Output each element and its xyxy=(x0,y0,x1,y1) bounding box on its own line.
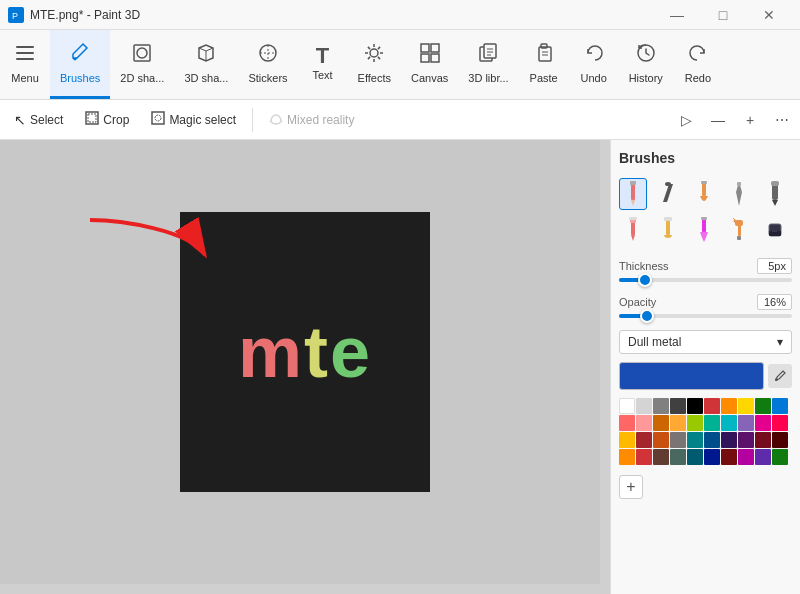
eyedropper-button[interactable] xyxy=(768,364,792,388)
brush-eraser[interactable]: ··· xyxy=(761,214,789,246)
color-red[interactable] xyxy=(704,398,720,414)
svg-rect-40 xyxy=(630,181,636,185)
crop-tool[interactable]: Crop xyxy=(75,104,139,136)
paste-icon xyxy=(533,42,555,70)
brush-pen[interactable] xyxy=(725,178,753,210)
color-orange[interactable] xyxy=(721,398,737,414)
minus-button[interactable]: — xyxy=(704,106,732,134)
magic-select-tool[interactable]: Magic select xyxy=(141,104,246,136)
palette-row-4 xyxy=(619,449,792,465)
color-brown[interactable] xyxy=(653,415,669,431)
palette-row-1 xyxy=(619,398,792,414)
ribbon-stickers[interactable]: Stickers xyxy=(238,30,297,99)
ribbon-undo[interactable]: Undo xyxy=(569,30,619,99)
color-maroon[interactable] xyxy=(755,432,771,448)
ribbon-history[interactable]: History xyxy=(619,30,673,99)
color-dark-maroon[interactable] xyxy=(721,449,737,465)
color-orange2[interactable] xyxy=(619,449,635,465)
color-rust[interactable] xyxy=(653,432,669,448)
stickers-label: Stickers xyxy=(248,72,287,84)
color-white[interactable] xyxy=(619,398,635,414)
color-cyan[interactable] xyxy=(721,415,737,431)
brush-oil[interactable] xyxy=(654,214,682,246)
svg-rect-44 xyxy=(737,182,741,186)
color-forest[interactable] xyxy=(772,449,788,465)
brush-spray[interactable] xyxy=(725,214,753,246)
color-black[interactable] xyxy=(687,398,703,414)
plus-button[interactable]: + xyxy=(736,106,764,134)
current-color-swatch[interactable] xyxy=(619,362,764,390)
color-green[interactable] xyxy=(755,398,771,414)
ribbon-canvas[interactable]: Canvas xyxy=(401,30,458,99)
thickness-slider[interactable] xyxy=(619,278,792,282)
ribbon-3dlib[interactable]: 3D libr... xyxy=(458,30,518,99)
color-hot-pink[interactable] xyxy=(738,449,754,465)
color-teal[interactable] xyxy=(704,415,720,431)
color-row xyxy=(619,362,792,390)
ribbon-text[interactable]: T Text xyxy=(298,30,348,99)
more-button[interactable]: ⋯ xyxy=(768,106,796,134)
color-blue[interactable] xyxy=(772,398,788,414)
add-color-button[interactable]: + xyxy=(619,475,643,499)
2dshapes-icon xyxy=(131,42,153,70)
ribbon-paste[interactable]: Paste xyxy=(519,30,569,99)
ribbon-menu[interactable]: Menu xyxy=(0,30,50,99)
ribbon-effects[interactable]: Effects xyxy=(348,30,401,99)
brush-marker[interactable] xyxy=(761,178,789,210)
material-dropdown[interactable]: Dull metal ▾ xyxy=(619,330,792,354)
ribbon-redo[interactable]: Redo xyxy=(673,30,723,99)
opacity-slider[interactable] xyxy=(619,314,792,318)
color-violet[interactable] xyxy=(738,432,754,448)
color-amber[interactable] xyxy=(619,432,635,448)
color-dark-gray[interactable] xyxy=(670,398,686,414)
color-magenta[interactable] xyxy=(755,415,771,431)
color-pink[interactable] xyxy=(636,415,652,431)
color-lime[interactable] xyxy=(687,415,703,431)
color-dark-red[interactable] xyxy=(636,432,652,448)
brush-watercolor[interactable] xyxy=(690,214,718,246)
color-royal-blue[interactable] xyxy=(704,449,720,465)
brush-paint[interactable] xyxy=(690,178,718,210)
play-button[interactable]: ▷ xyxy=(672,106,700,134)
color-light-gray[interactable] xyxy=(636,398,652,414)
color-sage[interactable] xyxy=(670,449,686,465)
brush-grid: ··· xyxy=(619,178,792,246)
brush-pencil[interactable] xyxy=(619,178,647,210)
color-red2[interactable] xyxy=(636,449,652,465)
color-salmon[interactable] xyxy=(619,415,635,431)
color-gray[interactable] xyxy=(653,398,669,414)
color-dark-teal[interactable] xyxy=(687,432,703,448)
chevron-down-icon: ▾ xyxy=(777,335,783,349)
color-yellow[interactable] xyxy=(670,415,686,431)
select-tool[interactable]: ↖ Select xyxy=(4,104,73,136)
color-coffee[interactable] xyxy=(653,449,669,465)
color-purple[interactable] xyxy=(738,415,754,431)
opacity-label: Opacity xyxy=(619,296,656,308)
titlebar: P MTE.png* - Paint 3D — □ ✕ xyxy=(0,0,800,30)
color-navy[interactable] xyxy=(704,432,720,448)
color-crimson[interactable] xyxy=(772,415,788,431)
horizontal-scrollbar[interactable] xyxy=(0,584,610,594)
brushes-icon xyxy=(69,42,91,70)
close-button[interactable]: ✕ xyxy=(746,0,792,30)
color-indigo[interactable] xyxy=(721,432,737,448)
svg-point-64 xyxy=(775,378,778,381)
svg-rect-20 xyxy=(431,44,439,52)
color-gold[interactable] xyxy=(738,398,754,414)
brush-crayon[interactable] xyxy=(619,214,647,246)
color-deep-purple[interactable] xyxy=(755,449,771,465)
color-warm-gray[interactable] xyxy=(670,432,686,448)
ribbon-brushes[interactable]: Brushes xyxy=(50,30,110,99)
canvas-area[interactable]: mte xyxy=(0,140,610,594)
ribbon-3dshapes[interactable]: 3D sha... xyxy=(174,30,238,99)
svg-point-41 xyxy=(665,182,671,186)
color-ocean[interactable] xyxy=(687,449,703,465)
ribbon: Menu Brushes 2D sha... 3D sha... xyxy=(0,30,800,100)
ribbon-2dshapes[interactable]: 2D sha... xyxy=(110,30,174,99)
maximize-button[interactable]: □ xyxy=(700,0,746,30)
brush-calligraphy[interactable] xyxy=(654,178,682,210)
vertical-scrollbar[interactable] xyxy=(600,140,610,584)
menu-label: Menu xyxy=(11,72,39,84)
minimize-button[interactable]: — xyxy=(654,0,700,30)
color-very-dark-red[interactable] xyxy=(772,432,788,448)
